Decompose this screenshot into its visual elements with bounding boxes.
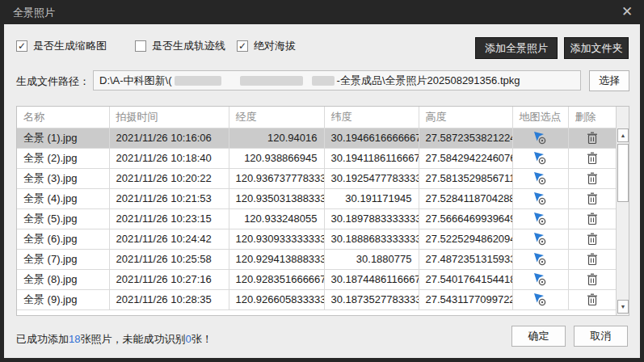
header-name: 名称	[17, 107, 109, 128]
cell-altitude: 27.5284118704288	[419, 188, 512, 208]
cell-longitude: 120.94016	[229, 128, 324, 148]
table-row[interactable]: 全景 (4).jpg 2021/11/26 10:21:53 120.93503…	[17, 188, 617, 208]
browse-button[interactable]: 选择	[589, 70, 629, 91]
cell-name: 全景 (7).jpg	[17, 249, 109, 269]
output-path-label: 生成文件路径：	[16, 74, 90, 89]
table-row[interactable]: 全景 (8).jpg 2021/11/26 10:27:16 120.92835…	[17, 269, 617, 289]
header-capture-time: 拍摄时间	[109, 107, 229, 128]
map-pick-icon[interactable]	[533, 212, 548, 225]
cell-name: 全景 (3).jpg	[17, 168, 109, 188]
map-pick-icon[interactable]	[533, 131, 548, 145]
delete-icon[interactable]	[587, 293, 598, 306]
map-pick-icon[interactable]	[533, 232, 548, 246]
path-text-suffix: -全景成品\全景照片202508291356.tpkg	[337, 74, 520, 88]
map-pick-icon[interactable]	[533, 272, 548, 286]
delete-icon[interactable]	[587, 172, 598, 185]
output-path-input[interactable]: D:\A-中科图新\( -全景成品\全景照片202508291356.tpkg	[93, 70, 581, 90]
delete-icon[interactable]	[587, 233, 598, 246]
cell-capture-time: 2021/11/26 10:21:53	[109, 188, 229, 208]
delete-icon[interactable]	[587, 253, 598, 266]
table-row[interactable]: 全景 (5).jpg 2021/11/26 10:23:15 120.93324…	[17, 208, 617, 229]
cell-altitude: 27.5401764154418	[419, 269, 512, 289]
checkbox-box[interactable]	[16, 40, 27, 52]
dialog-title: 全景照片	[13, 6, 55, 20]
cancel-button[interactable]: 取消	[574, 326, 628, 347]
cell-capture-time: 2021/11/26 10:25:58	[109, 249, 229, 269]
vertical-scrollbar[interactable]: ▲ ▼	[616, 107, 629, 315]
cell-capture-time: 2021/11/26 10:24:42	[109, 229, 229, 249]
map-pick-icon[interactable]	[533, 171, 548, 185]
scroll-up-icon[interactable]: ▲	[617, 128, 629, 142]
cell-name: 全景 (6).jpg	[17, 229, 109, 249]
failed-count: 0	[185, 333, 191, 345]
status-text: 已成功添加18张照片，未能成功识别0张！	[16, 332, 213, 347]
checkbox-absolute-altitude[interactable]: 绝对海拔	[237, 39, 296, 53]
add-folder-button[interactable]: 添加文件夹	[564, 37, 629, 59]
status-prefix: 已成功添加	[16, 333, 69, 345]
delete-icon[interactable]	[587, 152, 598, 165]
table-row[interactable]: 全景 (9).jpg 2021/11/26 10:28:35 120.92660…	[17, 289, 617, 309]
delete-icon[interactable]	[587, 273, 598, 286]
checkbox-label: 是否生成轨迹线	[152, 39, 225, 53]
cell-longitude: 120.936737778333	[229, 168, 324, 188]
cell-latitude: 30.1880775	[324, 249, 419, 269]
checkbox-label: 是否生成缩略图	[33, 39, 107, 53]
map-pick-icon[interactable]	[533, 192, 548, 205]
cell-altitude: 27.5431177099722	[419, 289, 512, 309]
add-panorama-photos-button[interactable]: 添加全景照片	[475, 37, 558, 59]
delete-icon[interactable]	[587, 213, 598, 225]
cell-name: 全景 (2).jpg	[17, 148, 109, 168]
table-row[interactable]: 全景 (1).jpg 2021/11/26 10:16:06 120.94016…	[17, 128, 617, 148]
cell-capture-time: 2021/11/26 10:20:22	[109, 168, 229, 188]
map-pick-icon[interactable]	[533, 252, 548, 266]
delete-icon[interactable]	[587, 192, 598, 205]
close-icon[interactable]: ✕	[619, 4, 635, 20]
redacted-segment	[312, 76, 335, 86]
cell-longitude: 120.930933333333	[229, 229, 324, 249]
cell-longitude: 120.926605833333	[229, 289, 324, 309]
cell-altitude: 27.5842942246076	[419, 148, 512, 168]
delete-icon[interactable]	[587, 132, 598, 145]
map-pick-icon[interactable]	[533, 293, 548, 306]
cell-latitude: 30.1888683333333	[324, 229, 419, 249]
path-text-prefix: D:\A-中科图新\(	[99, 74, 172, 88]
cell-latitude: 30.1897883333333	[324, 208, 419, 229]
checkbox-label: 绝对海拔	[254, 39, 296, 53]
cell-latitude: 30.1873527783333	[324, 289, 419, 309]
cell-capture-time: 2021/11/26 10:28:35	[109, 289, 229, 309]
cell-capture-time: 2021/11/26 10:18:40	[109, 148, 229, 168]
header-delete: 删除	[568, 107, 617, 128]
cell-altitude: 27.5872353821224	[419, 128, 512, 148]
map-pick-icon[interactable]	[533, 151, 548, 165]
cell-name: 全景 (4).jpg	[17, 188, 109, 208]
table-row[interactable]: 全景 (2).jpg 2021/11/26 10:18:40 120.93886…	[17, 148, 617, 168]
dialog-body: 是否生成缩略图 是否生成轨迹线 绝对海拔 添加全景照片 添加文件夹 生成文件路径…	[4, 24, 640, 358]
header-altitude: 高度	[419, 107, 512, 128]
checkbox-generate-trackline[interactable]: 是否生成轨迹线	[135, 39, 225, 53]
cell-capture-time: 2021/11/26 10:16:06	[109, 128, 229, 148]
cell-longitude: 120.938866945	[229, 148, 324, 168]
cell-altitude: 27.5225294862094	[419, 229, 512, 249]
redacted-segment	[175, 76, 221, 86]
title-bar: 全景照片 ✕	[0, 0, 644, 24]
cell-altitude: 27.5666469939649	[419, 208, 512, 229]
table-row[interactable]: 全景 (6).jpg 2021/11/26 10:24:42 120.93093…	[17, 229, 617, 249]
header-map-pick: 地图选点	[512, 107, 568, 128]
checkbox-generate-thumbnail[interactable]: 是否生成缩略图	[16, 39, 107, 53]
scrollbar-thumb[interactable]	[617, 144, 629, 202]
cell-capture-time: 2021/11/26 10:23:15	[109, 208, 229, 229]
cell-name: 全景 (9).jpg	[17, 289, 109, 309]
checkbox-box[interactable]	[237, 40, 248, 52]
table-row[interactable]: 全景 (7).jpg 2021/11/26 10:25:58 120.92941…	[17, 249, 617, 269]
cell-latitude: 30.1946616666667	[324, 128, 419, 148]
cell-capture-time: 2021/11/26 10:27:16	[109, 269, 229, 289]
table-body: 全景 (1).jpg 2021/11/26 10:16:06 120.94016…	[17, 128, 617, 309]
cell-latitude: 30.191171945	[324, 188, 419, 208]
cell-name: 全景 (8).jpg	[17, 269, 109, 289]
table-row[interactable]: 全景 (3).jpg 2021/11/26 10:20:22 120.93673…	[17, 168, 617, 188]
cell-name: 全景 (1).jpg	[17, 128, 109, 148]
checkbox-box[interactable]	[135, 40, 146, 52]
scroll-down-icon[interactable]: ▼	[617, 300, 629, 314]
header-latitude: 纬度	[324, 107, 419, 128]
ok-button[interactable]: 确定	[511, 326, 566, 347]
